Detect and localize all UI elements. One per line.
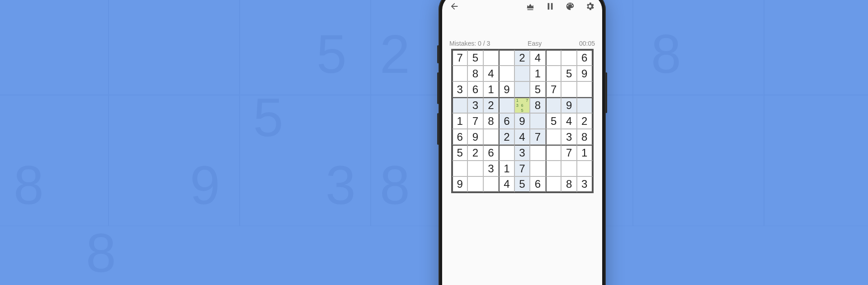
cell-r2c0[interactable]: 3	[452, 81, 468, 97]
theme-button[interactable]	[564, 0, 576, 12]
app-topbar	[442, 0, 602, 18]
cell-r0c7[interactable]	[561, 50, 577, 66]
background-decoration: 5 2 8 8 5 9 3 8 8	[0, 0, 868, 285]
premium-button[interactable]	[524, 0, 536, 12]
cell-r7c0[interactable]	[452, 161, 468, 176]
cell-r4c2[interactable]: 8	[483, 113, 499, 129]
arrow-left-icon	[449, 1, 459, 11]
cell-r4c5[interactable]	[530, 113, 546, 129]
cell-r6c4[interactable]: 3	[514, 145, 530, 161]
pause-button[interactable]	[544, 0, 556, 12]
cell-r3c7[interactable]: 9	[561, 97, 577, 113]
cell-r1c4[interactable]	[514, 66, 530, 81]
cell-r0c0[interactable]: 7	[452, 50, 468, 66]
sudoku-grid: 7524684159361957321736589178695426924738…	[451, 49, 594, 193]
cell-r3c3[interactable]	[499, 97, 514, 113]
cell-r4c4[interactable]: 9	[514, 113, 530, 129]
cell-r2c1[interactable]: 6	[467, 81, 483, 97]
cell-r0c5[interactable]: 4	[530, 50, 546, 66]
mistakes-label: Mistakes: 0 / 3	[449, 40, 490, 47]
cell-r7c1[interactable]	[467, 161, 483, 176]
cell-r8c1[interactable]	[467, 176, 483, 192]
cell-r1c1[interactable]: 8	[467, 66, 483, 81]
cell-r1c8[interactable]: 9	[577, 66, 593, 81]
crown-icon	[525, 1, 535, 11]
cell-r5c8[interactable]: 8	[577, 129, 593, 145]
cell-r2c7[interactable]	[561, 81, 577, 97]
cell-r4c3[interactable]: 6	[499, 113, 514, 129]
cell-r8c3[interactable]: 4	[499, 176, 514, 192]
cell-r6c2[interactable]: 6	[483, 145, 499, 161]
difficulty-label: Easy	[528, 40, 542, 47]
cell-r4c6[interactable]: 5	[546, 113, 561, 129]
cell-r5c0[interactable]: 6	[452, 129, 468, 145]
cell-r8c6[interactable]	[546, 176, 561, 192]
cell-r3c0[interactable]	[452, 97, 468, 113]
cell-r1c2[interactable]: 4	[483, 66, 499, 81]
cell-r8c4[interactable]: 5	[514, 176, 530, 192]
cell-r1c3[interactable]	[499, 66, 514, 81]
cell-r0c1[interactable]: 5	[467, 50, 483, 66]
cell-r3c6[interactable]	[546, 97, 561, 113]
cell-r2c4[interactable]	[514, 81, 530, 97]
cell-r2c3[interactable]: 9	[499, 81, 514, 97]
cell-r8c7[interactable]: 8	[561, 176, 577, 192]
cell-r0c8[interactable]: 6	[577, 50, 593, 66]
cell-r7c7[interactable]	[561, 161, 577, 176]
cell-r0c2[interactable]	[483, 50, 499, 66]
cell-r3c2[interactable]: 2	[483, 97, 499, 113]
cell-r0c6[interactable]	[546, 50, 561, 66]
pencil-marks: 17365	[515, 98, 530, 113]
cell-r1c7[interactable]: 5	[561, 66, 577, 81]
cell-r0c4[interactable]: 2	[514, 50, 530, 66]
cell-r5c1[interactable]: 9	[467, 129, 483, 145]
cell-r3c5[interactable]: 8	[530, 97, 546, 113]
cell-r0c3[interactable]	[499, 50, 514, 66]
cell-r5c6[interactable]	[546, 129, 561, 145]
cell-r6c5[interactable]	[530, 145, 546, 161]
cell-r8c5[interactable]: 6	[530, 176, 546, 192]
cell-r4c1[interactable]: 7	[467, 113, 483, 129]
settings-button[interactable]	[584, 0, 596, 12]
cell-r5c2[interactable]	[483, 129, 499, 145]
phone-screen: Mistakes: 0 / 3 Easy 00:05 7524684159361…	[442, 0, 602, 285]
cell-r6c7[interactable]: 7	[561, 145, 577, 161]
cell-r1c5[interactable]: 1	[530, 66, 546, 81]
cell-r4c7[interactable]: 4	[561, 113, 577, 129]
cell-r2c6[interactable]: 7	[546, 81, 561, 97]
cell-r6c3[interactable]	[499, 145, 514, 161]
cell-r3c1[interactable]: 3	[467, 97, 483, 113]
cell-r2c2[interactable]: 1	[483, 81, 499, 97]
cell-r8c2[interactable]	[483, 176, 499, 192]
cell-r6c6[interactable]	[546, 145, 561, 161]
cell-r1c0[interactable]	[452, 66, 468, 81]
cell-r2c8[interactable]	[577, 81, 593, 97]
cell-r5c3[interactable]: 2	[499, 129, 514, 145]
cell-r6c1[interactable]: 2	[467, 145, 483, 161]
timer-label: 00:05	[579, 40, 595, 47]
cell-r3c4[interactable]: 17365	[514, 97, 530, 113]
cell-r4c8[interactable]: 2	[577, 113, 593, 129]
pause-icon	[545, 1, 555, 11]
cell-r5c7[interactable]: 3	[561, 129, 577, 145]
cell-r8c8[interactable]: 3	[577, 176, 593, 192]
cell-r5c5[interactable]: 7	[530, 129, 546, 145]
cell-r5c4[interactable]: 4	[514, 129, 530, 145]
back-button[interactable]	[448, 0, 460, 12]
cell-r7c2[interactable]: 3	[483, 161, 499, 176]
cell-r7c3[interactable]: 1	[499, 161, 514, 176]
cell-r7c5[interactable]	[530, 161, 546, 176]
cell-r8c0[interactable]: 9	[452, 176, 468, 192]
cell-r6c8[interactable]: 1	[577, 145, 593, 161]
cell-r1c6[interactable]	[546, 66, 561, 81]
cell-r7c4[interactable]: 7	[514, 161, 530, 176]
gear-icon	[585, 1, 595, 11]
cell-r7c6[interactable]	[546, 161, 561, 176]
cell-r6c0[interactable]: 5	[452, 145, 468, 161]
cell-r4c0[interactable]: 1	[452, 113, 468, 129]
cell-r2c5[interactable]: 5	[530, 81, 546, 97]
cell-r3c8[interactable]	[577, 97, 593, 113]
cell-r7c8[interactable]	[577, 161, 593, 176]
phone-mockup: Mistakes: 0 / 3 Easy 00:05 7524684159361…	[439, 0, 606, 285]
palette-icon	[565, 1, 575, 11]
